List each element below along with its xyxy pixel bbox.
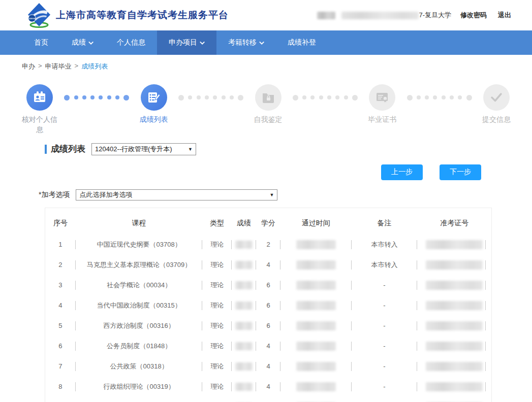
score-table-header: 序号课程类型成绩学分通过时间备注准考证号: [45, 212, 491, 234]
redacted-value: [296, 342, 336, 351]
cell-pass-time: [280, 356, 352, 377]
progress-dot-icon: [344, 95, 348, 99]
cell-type: 理论: [202, 377, 232, 397]
cell-no: 6: [45, 336, 76, 356]
progress-dot-icon: [188, 95, 192, 99]
progress-dot-icon: [466, 95, 472, 100]
cell-score: [232, 336, 256, 356]
cell-pass-time: [280, 255, 352, 275]
major-select-value: 120402--行政管理(专升本): [95, 145, 172, 154]
prev-step-button[interactable]: 上一步: [381, 164, 423, 180]
cell-exam-no: [417, 295, 491, 316]
column-header-序号: 序号: [45, 212, 76, 234]
cell-remark: -: [352, 377, 418, 397]
check-icon: [483, 84, 510, 111]
extra-exam-option-row: *加考选项 点此选择加考选项 ▼: [39, 189, 532, 200]
cell-score: [232, 356, 256, 377]
progress-dot-icon: [99, 95, 103, 99]
table-row: 9领导科学（00320）理论4-: [45, 397, 491, 402]
progress-dot-icon: [319, 95, 323, 99]
extra-exam-option-select[interactable]: 点此选择加考选项 ▼: [76, 189, 277, 200]
column-header-备注: 备注: [352, 212, 418, 234]
progress-dot-icon: [327, 95, 331, 99]
cell-credit: 4: [256, 356, 280, 377]
wizard-step-label: 自我鉴定: [254, 114, 283, 124]
section-title: 成绩列表: [51, 143, 85, 155]
page-header: SMEEA 上海市高等教育自学考试考生服务平台 7-复旦大学 修改密码 退出: [0, 0, 532, 30]
nav-item-首页[interactable]: 首页: [22, 30, 60, 55]
cell-remark: 本市转入: [352, 255, 418, 275]
redacted-user-name: [317, 12, 335, 19]
breadcrumb-link[interactable]: 申请毕业: [45, 62, 72, 71]
score-list-icon: [141, 84, 167, 111]
redacted-value: [426, 301, 483, 310]
progress-dot-icon: [442, 95, 446, 99]
section-accent-bar: [45, 145, 47, 154]
change-password-link[interactable]: 修改密码: [460, 11, 487, 20]
wizard-step-label: 核对个人信息: [19, 114, 60, 135]
wizard-progress-dots: [174, 84, 248, 111]
cell-type: 理论: [202, 356, 232, 377]
column-header-课程: 课程: [76, 212, 202, 234]
progress-dot-icon: [82, 95, 86, 99]
cell-exam-no: [417, 316, 491, 336]
nav-item-成绩补登[interactable]: 成绩补登: [276, 30, 328, 55]
major-select[interactable]: 120402--行政管理(专升本) ▼: [91, 143, 196, 155]
next-step-button[interactable]: 下一步: [440, 164, 481, 180]
cell-course: 社会学概论（00034）: [76, 275, 202, 295]
redacted-value: [426, 382, 483, 391]
cell-score: [232, 234, 256, 255]
cell-credit: 4: [256, 336, 280, 356]
breadcrumb-separator: >: [75, 62, 79, 71]
progress-dot-icon: [417, 95, 421, 99]
cell-pass-time: [280, 275, 352, 295]
cell-no: 3: [45, 275, 76, 295]
progress-dot-icon: [238, 95, 243, 100]
progress-dot-icon: [293, 95, 298, 100]
redacted-value: [296, 362, 336, 371]
cell-type: 理论: [202, 336, 232, 356]
progress-dot-icon: [352, 95, 358, 100]
cell-type: 理论: [202, 397, 232, 402]
cell-exam-no: [417, 275, 491, 295]
redacted-value: [426, 260, 483, 270]
extra-exam-option-label: *加考选项: [39, 190, 70, 199]
nav-item-考籍转移[interactable]: 考籍转移: [216, 30, 276, 55]
cell-score: [232, 275, 256, 295]
table-row: 8行政组织理论（00319）理论4-: [45, 377, 491, 397]
progress-dot-icon: [310, 95, 315, 99]
logout-link[interactable]: 退出: [498, 11, 511, 20]
dropdown-arrow-icon: ▼: [188, 147, 193, 152]
redacted-value: [235, 322, 253, 330]
certificate-icon: [369, 84, 395, 111]
cell-score: [232, 255, 256, 275]
progress-dot-icon: [107, 95, 111, 99]
column-header-类型: 类型: [202, 212, 232, 234]
redacted-account-number: [341, 12, 419, 19]
cell-course: 公共政策（00318）: [76, 356, 202, 377]
nav-item-个人信息[interactable]: 个人信息: [105, 30, 157, 55]
redacted-value: [235, 261, 253, 269]
step-wizard: 核对个人信息成绩列表自我鉴定毕业证书提交信息: [0, 71, 532, 135]
redacted-value: [426, 281, 483, 290]
redacted-value: [296, 382, 336, 391]
breadcrumb-link[interactable]: 申办: [22, 62, 35, 71]
nav-item-申办项目[interactable]: 申办项目: [157, 30, 216, 55]
cell-pass-time: [280, 234, 352, 255]
redacted-value: [426, 321, 483, 330]
wizard-step-提交信息: 提交信息: [476, 84, 517, 124]
cell-no: 7: [45, 356, 76, 377]
cell-no: 9: [45, 397, 76, 402]
column-header-学分: 学分: [256, 212, 280, 234]
table-row: 3社会学概论（00034）理论6-: [45, 275, 491, 295]
score-table-body: 1中国近现代史纲要（03708）理论2本市转入2马克思主义基本原理概论（0370…: [45, 234, 491, 402]
cell-type: 理论: [202, 295, 232, 316]
redacted-value: [296, 281, 336, 290]
progress-dot-icon: [64, 95, 70, 100]
cell-type: 理论: [202, 316, 232, 336]
chevron-down-icon: [200, 40, 205, 45]
site-title: 上海市高等教育自学考试考生服务平台: [56, 9, 229, 22]
nav-item-成绩[interactable]: 成绩: [60, 30, 105, 55]
table-row: 2马克思主义基本原理概论（03709）理论4本市转入: [45, 255, 491, 275]
dropdown-arrow-icon: ▼: [270, 192, 274, 197]
